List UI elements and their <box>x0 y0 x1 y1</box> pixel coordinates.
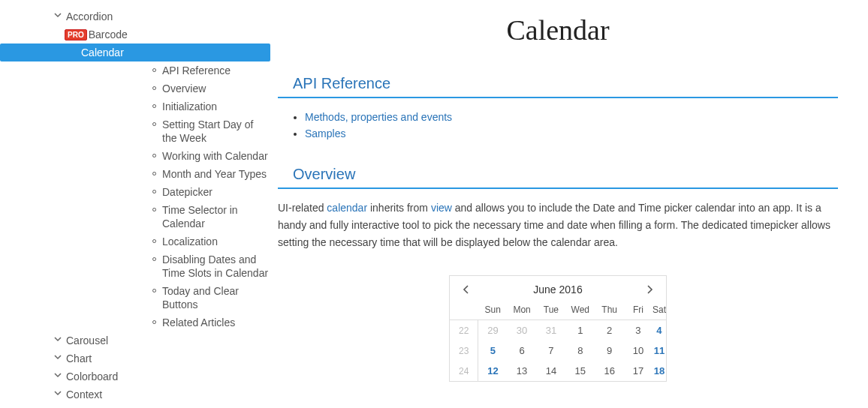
sidebar-subitem-disabling-dates-and-time-slots-in-calendar[interactable]: Disabling Dates and Time Slots in Calend… <box>162 250 270 282</box>
bullet-icon <box>152 86 156 90</box>
sidebar-item-label: Chart <box>66 352 92 364</box>
calendar-day[interactable]: 5 <box>478 340 508 361</box>
calendar-day[interactable]: 13 <box>508 361 537 381</box>
calendar-dow: Tue <box>537 300 566 320</box>
calendar-day[interactable]: 8 <box>565 340 595 361</box>
overview-paragraph: UI-related calendar inherits from view a… <box>278 200 838 251</box>
calendar-day[interactable]: 18 <box>653 361 666 381</box>
sidebar-item-label: Context <box>66 388 102 400</box>
calendar-day[interactable]: 30 <box>508 320 537 341</box>
calendar-day[interactable]: 14 <box>537 361 566 381</box>
sidebar-subitem-related-articles[interactable]: Related Articles <box>162 314 270 332</box>
sidebar-subitem-working-with-calendar[interactable]: Working with Calendar <box>162 147 270 165</box>
calendar-day[interactable]: 16 <box>595 361 624 381</box>
sidebar-subitem-month-and-year-types[interactable]: Month and Year Types <box>162 165 270 183</box>
chevron-down-icon <box>54 353 62 361</box>
pro-badge: PRO <box>65 29 87 40</box>
sidebar-item-label: Carousel <box>66 334 108 346</box>
sidebar-subitem-localization[interactable]: Localization <box>162 232 270 250</box>
bullet-icon <box>152 122 156 126</box>
sidebar-item-label: Accordion <box>66 10 113 22</box>
calendar-widget: June 2016 SunMonTueWedThuFriSat 22293031… <box>449 275 667 382</box>
bullet-icon <box>152 257 156 261</box>
calendar-day[interactable]: 17 <box>624 361 653 381</box>
overview-text-pre: UI-related <box>278 202 327 214</box>
sidebar-item-barcode[interactable]: PROBarcode <box>65 26 270 44</box>
sidebar-subitem-time-selector-in-calendar[interactable]: Time Selector in Calendar <box>162 201 270 232</box>
bullet-icon <box>152 172 156 176</box>
sidebar-subitem-setting-start-day-of-the-week[interactable]: Setting Start Day of the Week <box>162 116 270 147</box>
sidebar-nav: AccordionPROBarcodeCalendarAPI Reference… <box>0 0 270 408</box>
overview-text-mid: inherits from <box>367 202 431 214</box>
calendar-day[interactable]: 11 <box>653 340 666 361</box>
sidebar-item-contextmenu[interactable]: ContextMenu <box>66 404 270 408</box>
calendar-dow: Wed <box>565 300 595 320</box>
link-view[interactable]: view <box>431 202 452 214</box>
sidebar-subitem-overview[interactable]: Overview <box>162 80 270 98</box>
sidebar-subitem-today-and-clear-buttons[interactable]: Today and Clear Buttons <box>162 282 270 314</box>
chevron-down-icon <box>54 335 62 343</box>
sidebar-item-label: Month and Year Types <box>162 168 267 180</box>
sidebar-item-label: Barcode <box>89 28 128 40</box>
sidebar-item-accordion[interactable]: Accordion <box>66 8 270 26</box>
calendar-prev-button[interactable] <box>460 284 472 296</box>
sidebar-item-label: Overview <box>162 82 206 94</box>
calendar-day[interactable]: 2 <box>595 320 624 341</box>
calendar-dow: Thu <box>595 300 624 320</box>
chevron-down-icon <box>54 11 62 19</box>
calendar-title[interactable]: June 2016 <box>533 284 582 296</box>
calendar-day[interactable]: 29 <box>478 320 508 341</box>
sidebar-item-label: Disabling Dates and Time Slots in Calend… <box>162 254 268 279</box>
sidebar-item-carousel[interactable]: Carousel <box>66 332 270 350</box>
chevron-down-icon <box>54 389 62 397</box>
calendar-dow: Mon <box>508 300 537 320</box>
bullet-icon <box>152 239 156 243</box>
bullet-icon <box>152 154 156 158</box>
calendar-day[interactable]: 1 <box>565 320 595 341</box>
calendar-day[interactable]: 4 <box>653 320 666 341</box>
calendar-dow: Sat <box>653 300 666 320</box>
bullet-icon <box>152 320 156 324</box>
sidebar-item-label: Colorboard <box>66 370 118 382</box>
calendar-day[interactable]: 3 <box>624 320 653 341</box>
sidebar-item-context[interactable]: Context <box>66 386 270 404</box>
calendar-week-number: 23 <box>450 340 478 361</box>
chevron-down-icon <box>54 371 62 379</box>
chevron-left-icon <box>460 284 472 296</box>
sidebar-item-chart[interactable]: Chart <box>66 350 270 368</box>
calendar-day[interactable]: 7 <box>537 340 566 361</box>
section-api-reference: API Reference <box>278 70 838 98</box>
sidebar-item-label: Related Articles <box>162 316 235 328</box>
sidebar-subitem-api-reference[interactable]: API Reference <box>162 62 270 80</box>
section-overview: Overview <box>278 161 838 189</box>
link-calendar[interactable]: calendar <box>327 202 367 214</box>
sidebar-item-label: Time Selector in Calendar <box>162 204 238 230</box>
sidebar-item-label: Datepicker <box>162 186 212 198</box>
page-title: Calendar <box>278 14 838 46</box>
sidebar-item-label: Today and Clear Buttons <box>162 285 239 310</box>
sidebar-subitem-initialization[interactable]: Initialization <box>162 98 270 116</box>
link-methods-properties-events[interactable]: Methods, properties and events <box>305 111 452 123</box>
link-samples[interactable]: Samples <box>305 128 345 140</box>
main-content: Calendar API Reference Methods, properti… <box>270 0 868 408</box>
calendar-week-number: 22 <box>450 320 478 341</box>
calendar-day[interactable]: 12 <box>478 361 508 381</box>
calendar-week-number: 24 <box>450 361 478 381</box>
sidebar-item-calendar[interactable]: Calendar <box>0 44 270 62</box>
sidebar-subitem-datepicker[interactable]: Datepicker <box>162 183 270 201</box>
calendar-day[interactable]: 9 <box>595 340 624 361</box>
sidebar-item-label: Calendar <box>81 46 124 58</box>
calendar-grid: SunMonTueWedThuFriSat 222930311234235678… <box>450 300 666 381</box>
calendar-day[interactable]: 31 <box>537 320 566 341</box>
sidebar-item-label: API Reference <box>162 64 231 76</box>
calendar-next-button[interactable] <box>643 284 656 296</box>
sidebar-item-label: Initialization <box>162 100 217 112</box>
sidebar-item-colorboard[interactable]: Colorboard <box>66 368 270 386</box>
bullet-icon <box>152 68 156 72</box>
calendar-day[interactable]: 15 <box>565 361 595 381</box>
bullet-icon <box>152 208 156 212</box>
calendar-day[interactable]: 10 <box>624 340 653 361</box>
bullet-icon <box>152 104 156 108</box>
chevron-right-icon <box>643 284 656 296</box>
calendar-day[interactable]: 6 <box>508 340 537 361</box>
